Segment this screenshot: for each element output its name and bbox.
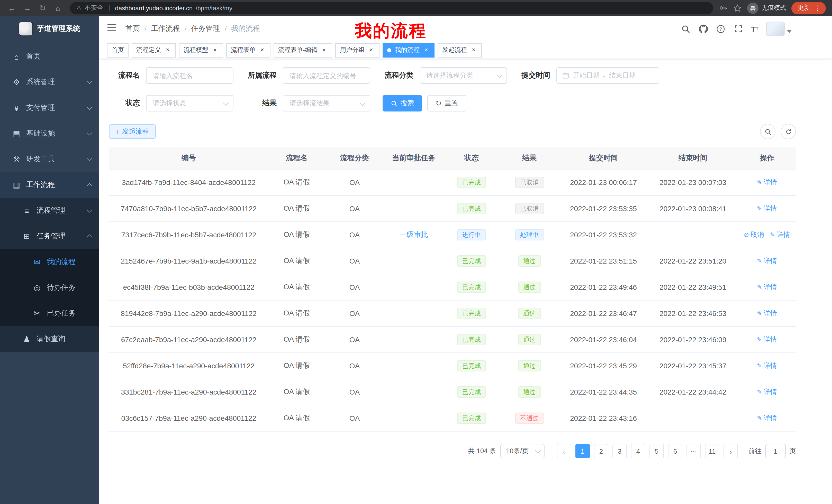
fullscreen-icon[interactable]: [733, 24, 743, 34]
process-definition-input[interactable]: [283, 67, 370, 84]
cell-result: 通过: [500, 248, 559, 274]
detail-action-link[interactable]: ✎详情: [757, 309, 777, 318]
tab-流程定义[interactable]: 流程定义×: [132, 43, 176, 57]
page-button-3[interactable]: 3: [613, 444, 627, 458]
status-label: 状态: [109, 99, 140, 108]
page-button-1[interactable]: 1: [575, 444, 590, 458]
bookmark-star-icon[interactable]: [733, 3, 742, 12]
cancel-action-link[interactable]: ⊘取消: [744, 230, 764, 240]
next-page-button[interactable]: ›: [724, 444, 738, 458]
close-icon[interactable]: ×: [423, 47, 430, 54]
font-size-icon[interactable]: TT: [751, 24, 758, 34]
cell-actions: ✎详情: [738, 327, 796, 353]
tab-首页[interactable]: 首页: [107, 43, 129, 57]
page-button-5[interactable]: 5: [649, 444, 664, 458]
close-icon[interactable]: ×: [259, 47, 266, 54]
browser-menu-icon[interactable]: ⋮: [814, 4, 821, 12]
sidebar-item-done-task[interactable]: ✂已办任务: [0, 301, 99, 326]
sidebar-toggle-icon[interactable]: [107, 24, 117, 34]
breadcrumb-item[interactable]: 工作流程: [151, 24, 180, 33]
detail-action-link[interactable]: ✎详情: [757, 414, 777, 423]
search-icon[interactable]: [681, 24, 691, 34]
page-button-6[interactable]: 6: [668, 444, 682, 458]
status-select[interactable]: 请选择状态: [146, 95, 233, 111]
current-task-link[interactable]: 一级审批: [399, 230, 428, 239]
cell-process-name: OA 请假: [268, 274, 325, 300]
status-badge: 处理中: [515, 229, 544, 241]
github-icon[interactable]: [699, 24, 708, 34]
detail-action-link[interactable]: ✎详情: [757, 361, 777, 370]
tab-流程模型[interactable]: 流程模型×: [179, 43, 223, 57]
goto-page-input[interactable]: [765, 444, 786, 458]
submit-time-range-picker[interactable]: 开始日期 - 结束日期: [556, 67, 659, 84]
close-icon[interactable]: ×: [164, 47, 171, 54]
sidebar-item-leave-query[interactable]: ♟请假查询: [0, 326, 99, 352]
browser-update-button[interactable]: 更新 ⋮: [791, 2, 826, 14]
detail-action-link[interactable]: ✎详情: [757, 283, 777, 292]
process-category-select[interactable]: 请选择流程分类: [420, 67, 507, 84]
process-category-label: 流程分类: [383, 71, 413, 80]
cell-actions: ✎详情: [738, 405, 796, 431]
status-badge: 已完成: [457, 386, 486, 398]
help-icon[interactable]: [716, 24, 726, 34]
browser-home-icon[interactable]: ⌂: [51, 1, 65, 15]
sidebar-item-system[interactable]: ⚙系统管理: [0, 69, 99, 95]
sidebar-item-process-management[interactable]: ≡流程管理: [0, 198, 99, 223]
reset-button[interactable]: ↻ 重置: [427, 95, 466, 111]
create-process-button[interactable]: + 发起流程: [109, 124, 156, 139]
search-button[interactable]: 搜索: [383, 95, 422, 111]
browser-reload-icon[interactable]: ↻: [36, 1, 49, 15]
password-key-icon[interactable]: [718, 3, 728, 12]
tab-我的流程[interactable]: 我的流程×: [383, 43, 435, 57]
sidebar-item-devtools[interactable]: ⚒研发工具: [0, 146, 99, 172]
address-bar[interactable]: ⚠ 不安全 dashboard.yudao.iocoder.cn/bpm/tas…: [70, 2, 713, 14]
sidebar-item-infrastructure[interactable]: ▤基础设施: [0, 121, 99, 146]
date-separator: -: [603, 72, 605, 79]
cell-submit-time: 2022-01-22 23:46:47: [559, 300, 648, 327]
chevron-up-icon: [87, 234, 93, 241]
breadcrumb-item[interactable]: 首页: [126, 24, 140, 33]
browser-back-icon[interactable]: ←: [5, 1, 19, 15]
close-icon[interactable]: ×: [368, 47, 375, 54]
todo-icon: ◎: [32, 283, 42, 292]
detail-action-link[interactable]: ✎详情: [757, 335, 777, 344]
sidebar-item-workflow[interactable]: ▦工作流程: [0, 172, 99, 198]
tab-流程表单-编辑[interactable]: 流程表单-编辑×: [274, 43, 332, 57]
breadcrumb-item[interactable]: 任务管理: [191, 24, 220, 33]
browser-forward-icon[interactable]: →: [21, 1, 34, 15]
result-select[interactable]: 请选择流结果: [283, 95, 370, 111]
page-button-11[interactable]: 11: [705, 444, 719, 458]
cell-result: 通过: [500, 327, 559, 353]
tab-label: 首页: [111, 46, 124, 54]
tab-用户分组[interactable]: 用户分组×: [335, 43, 380, 57]
sidebar-item-home[interactable]: ⌂首页: [0, 44, 99, 69]
tab-流程表单[interactable]: 流程表单×: [226, 43, 270, 57]
sidebar-item-my-process[interactable]: ✉我的流程: [0, 249, 99, 275]
page-button-4[interactable]: 4: [631, 444, 645, 458]
tab-发起流程[interactable]: 发起流程×: [438, 43, 482, 57]
cell-id: 3ad174fb-7b9d-11ec-8404-acde48001122: [109, 169, 268, 195]
detail-action-link[interactable]: ✎详情: [757, 178, 777, 187]
chevron-down-icon: [535, 447, 541, 453]
sidebar-item-task-management[interactable]: ⊞任务管理: [0, 223, 99, 249]
page-size-select[interactable]: 10条/页: [500, 444, 545, 458]
cell-id: ec45f38f-7b9a-11ec-b03b-acde48001122: [109, 274, 268, 300]
detail-action-link[interactable]: ✎详情: [770, 230, 790, 240]
refresh-table-button[interactable]: [781, 124, 796, 139]
action-label: 取消: [751, 230, 764, 240]
more-pages-button[interactable]: ···: [686, 444, 701, 458]
toggle-search-button[interactable]: [760, 124, 775, 139]
user-avatar[interactable]: [766, 22, 792, 36]
sidebar-item-todo-task[interactable]: ◎待办任务: [0, 275, 99, 301]
cell-end-time: 2022-01-22 23:45:37: [648, 353, 738, 379]
close-icon[interactable]: ×: [470, 47, 477, 54]
page-button-2[interactable]: 2: [594, 444, 608, 458]
detail-action-link[interactable]: ✎详情: [757, 256, 777, 265]
close-icon[interactable]: ×: [320, 47, 328, 54]
status-badge: 已完成: [457, 177, 486, 188]
process-name-input[interactable]: [146, 67, 233, 84]
detail-action-link[interactable]: ✎详情: [757, 204, 777, 213]
detail-action-link[interactable]: ✎详情: [757, 387, 777, 397]
sidebar-item-payment[interactable]: ¥支付管理: [0, 95, 99, 121]
close-icon[interactable]: ×: [211, 47, 218, 54]
